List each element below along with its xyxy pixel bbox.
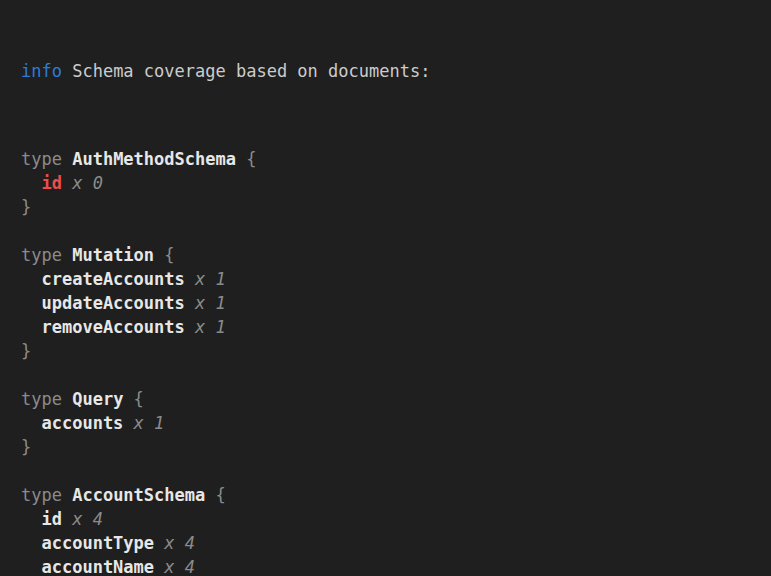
type-keyword: type — [21, 149, 62, 169]
type-blocks: typeAuthMethodSchema{idx0}typeMutation{c… — [21, 123, 771, 576]
field-line: accountTypex4 — [21, 531, 771, 555]
usage-count: 1 — [215, 317, 225, 337]
type-close-line: } — [21, 435, 771, 459]
usage-count: 1 — [154, 413, 164, 433]
field-line: idx0 — [21, 171, 771, 195]
type-name: Mutation — [72, 245, 154, 265]
type-name: AccountSchema — [72, 485, 205, 505]
field-name: accounts — [41, 413, 123, 433]
usage-count: 0 — [93, 173, 103, 193]
field-name: id — [41, 509, 61, 529]
usage-count: 1 — [215, 269, 225, 289]
type-open-line: typeAuthMethodSchema{ — [21, 147, 771, 171]
field-line: removeAccountsx1 — [21, 315, 771, 339]
type-close-line: } — [21, 195, 771, 219]
field-name: removeAccounts — [41, 317, 184, 337]
field-line: updateAccountsx1 — [21, 291, 771, 315]
type-block: typeQuery{accountsx1} — [21, 387, 771, 459]
close-brace-symbol: } — [21, 437, 31, 457]
type-open-line: typeMutation{ — [21, 243, 771, 267]
field-name: accountType — [41, 533, 154, 553]
multiply-symbol: x — [164, 557, 174, 576]
type-name: Query — [72, 389, 123, 409]
close-brace-symbol: } — [21, 197, 31, 217]
type-block: typeMutation{createAccountsx1updateAccou… — [21, 243, 771, 363]
field-name: createAccounts — [41, 269, 184, 289]
type-close-line: } — [21, 339, 771, 363]
multiply-symbol: x — [134, 413, 144, 433]
field-name: updateAccounts — [41, 293, 184, 313]
usage-count: 4 — [185, 533, 195, 553]
usage-count: 4 — [93, 509, 103, 529]
blank-line — [21, 219, 771, 243]
close-brace-symbol: } — [21, 341, 31, 361]
blank-line — [21, 123, 771, 147]
open-brace-symbol: { — [134, 389, 144, 409]
blank-line — [21, 363, 771, 387]
info-message: Schema coverage based on documents: — [72, 61, 430, 81]
blank-line — [21, 459, 771, 483]
terminal-output: infoSchema coverage based on documents: … — [0, 0, 771, 576]
type-keyword: type — [21, 485, 62, 505]
type-block: typeAuthMethodSchema{idx0} — [21, 147, 771, 219]
multiply-symbol: x — [72, 173, 82, 193]
field-name: id — [41, 173, 61, 193]
open-brace-symbol: { — [164, 245, 174, 265]
multiply-symbol: x — [195, 293, 205, 313]
multiply-symbol: x — [164, 533, 174, 553]
info-tag: info — [21, 61, 62, 81]
field-name: accountName — [41, 557, 154, 576]
field-line: idx4 — [21, 507, 771, 531]
type-block: typeAccountSchema{idx4accountTypex4accou… — [21, 483, 771, 576]
usage-count: 1 — [215, 293, 225, 313]
type-keyword: type — [21, 389, 62, 409]
open-brace-symbol: { — [215, 485, 225, 505]
multiply-symbol: x — [195, 317, 205, 337]
usage-count: 4 — [185, 557, 195, 576]
type-open-line: typeAccountSchema{ — [21, 483, 771, 507]
field-line: accountNamex4 — [21, 555, 771, 576]
type-keyword: type — [21, 245, 62, 265]
type-open-line: typeQuery{ — [21, 387, 771, 411]
multiply-symbol: x — [72, 509, 82, 529]
open-brace-symbol: { — [246, 149, 256, 169]
multiply-symbol: x — [195, 269, 205, 289]
type-name: AuthMethodSchema — [72, 149, 236, 169]
field-line: createAccountsx1 — [21, 267, 771, 291]
info-line: infoSchema coverage based on documents: — [21, 59, 771, 83]
field-line: accountsx1 — [21, 411, 771, 435]
